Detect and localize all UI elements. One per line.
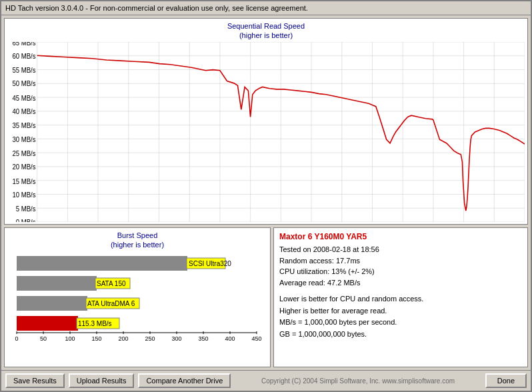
done-button[interactable]: Done [485, 373, 527, 388]
svg-text:450: 450 [251, 335, 261, 342]
main-content: Sequential Read Speed (higher is better) [1, 15, 531, 370]
burst-label-sata-text: SATA 150 [97, 280, 126, 287]
svg-text:100: 100 [65, 335, 75, 342]
sequential-chart-area: Sequential Read Speed (higher is better) [4, 18, 528, 225]
burst-label-actual-text: 115.3 MB/s [78, 320, 112, 327]
info-line-3: Average read: 47.2 MB/s [279, 277, 522, 289]
compare-another-drive-button[interactable]: Compare Another Drive [138, 373, 231, 388]
info-line-1: Random access: 17.7ms [279, 255, 522, 267]
svg-text:50 MB/s: 50 MB/s [12, 80, 35, 87]
svg-text:45 MB/s: 45 MB/s [12, 94, 35, 101]
title-bar: HD Tach version 3.0.4.0 - For non-commer… [1, 1, 531, 15]
info-lines: Tested on 2008-02-18 at 18:56 Random acc… [279, 244, 522, 288]
info-notes: Lower is better for CPU and random acces… [279, 293, 522, 340]
burst-bar-sata [17, 276, 97, 291]
drive-title: Maxtor 6 Y160M0 YAR5 [279, 232, 522, 241]
burst-chart-area: Burst Speed (higher is better) SCSI Ultr… [4, 227, 271, 367]
info-note-3: GB = 1,000,000,000 bytes. [279, 329, 522, 341]
sequential-chart-title: Sequential Read Speed (higher is better) [7, 21, 525, 41]
svg-text:150: 150 [91, 335, 101, 342]
svg-text:10 MB/s: 10 MB/s [12, 191, 35, 198]
window-title: HD Tach version 3.0.4.0 - For non-commer… [5, 4, 308, 12]
burst-chart-title: Burst Speed (higher is better) [7, 231, 267, 250]
svg-text:25 MB/s: 25 MB/s [12, 149, 35, 157]
burst-label-ata-text: ATA UltraDMA 6 [87, 300, 135, 307]
info-note-2: MB/s = 1,000,000 bytes per second. [279, 317, 522, 329]
burst-bar-scsi [17, 256, 187, 271]
save-results-button[interactable]: Save Results [5, 373, 65, 388]
svg-text:60 MB/s: 60 MB/s [12, 52, 35, 59]
main-window: HD Tach version 3.0.4.0 - For non-commer… [0, 0, 532, 392]
info-note-1: Higher is better for average read. [279, 305, 522, 317]
svg-text:0 MB/s: 0 MB/s [16, 219, 36, 222]
info-line-0: Tested on 2008-02-18 at 18:56 [279, 244, 522, 255]
svg-text:50: 50 [40, 335, 47, 342]
svg-text:20 MB/s: 20 MB/s [12, 163, 35, 171]
svg-text:350: 350 [198, 335, 208, 342]
svg-text:55 MB/s: 55 MB/s [12, 66, 35, 73]
bottom-section: Burst Speed (higher is better) SCSI Ultr… [4, 227, 528, 367]
burst-bar-ata [17, 296, 87, 311]
footer: Save Results Upload Results Compare Anot… [1, 370, 531, 391]
svg-text:65 MB/s: 65 MB/s [12, 42, 35, 47]
info-note-0: Lower is better for CPU and random acces… [279, 293, 522, 305]
svg-text:300: 300 [171, 335, 181, 342]
svg-text:250: 250 [145, 335, 155, 342]
svg-text:200: 200 [118, 335, 128, 342]
burst-chart-svg: SCSI Ultra320 SATA 150 ATA UltraDMA 6 11… [10, 253, 263, 349]
info-area: Maxtor 6 Y160M0 YAR5 Tested on 2008-02-1… [273, 227, 528, 367]
svg-text:400: 400 [225, 335, 235, 342]
svg-text:15 MB/s: 15 MB/s [12, 177, 35, 185]
sequential-read-svg: 65 MB/s 60 MB/s 55 MB/s 50 MB/s 45 MB/s … [7, 42, 525, 222]
sequential-chart: 65 MB/s 60 MB/s 55 MB/s 50 MB/s 45 MB/s … [7, 42, 525, 222]
copyright-text: Copyright (C) 2004 Simpli Software, Inc.… [235, 377, 481, 385]
svg-text:30 MB/s: 30 MB/s [12, 135, 35, 143]
info-line-2: CPU utilization: 13% (+/- 2%) [279, 266, 522, 277]
upload-results-button[interactable]: Upload Results [69, 373, 135, 388]
svg-text:40 MB/s: 40 MB/s [12, 107, 35, 115]
svg-text:5 MB/s: 5 MB/s [16, 205, 36, 213]
burst-bar-actual [17, 316, 78, 331]
svg-text:35 MB/s: 35 MB/s [12, 122, 35, 129]
svg-text:0: 0 [15, 335, 18, 342]
burst-label-scsi-text: SCSI Ultra320 [189, 260, 231, 267]
